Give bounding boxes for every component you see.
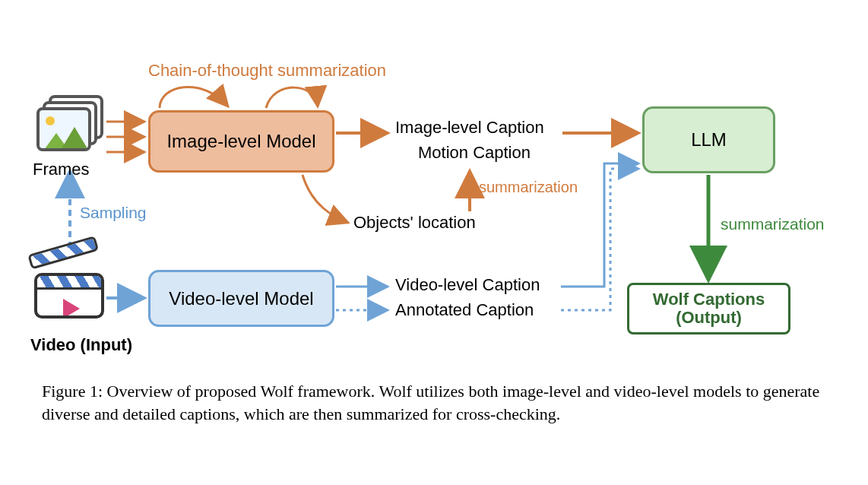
figure-caption: Figure 1: Overview of proposed Wolf fram… [42, 380, 828, 425]
llm-box: LLM [642, 106, 775, 173]
annotated-caption-label: Annotated Caption [395, 300, 534, 320]
video-level-caption-label: Video-level Caption [395, 275, 540, 295]
output-line1: Wolf Captions [653, 290, 765, 309]
objects-location-label: Objects' location [353, 213, 476, 233]
summarization-small-label: summarization [479, 179, 578, 196]
motion-caption-label: Motion Caption [418, 143, 531, 163]
video-level-model-label: Video-level Model [169, 288, 313, 309]
cot-label: Chain-of-thought summarization [148, 61, 386, 81]
video-level-model-box: Video-level Model [148, 270, 334, 327]
video-input-label: Video (Input) [30, 335, 132, 355]
frames-label: Frames [33, 160, 90, 179]
summarization-green-label: summarization [721, 215, 825, 233]
image-level-model-box: Image-level Model [148, 110, 334, 173]
image-level-caption-label: Image-level Caption [395, 118, 544, 138]
image-level-model-label: Image-level Model [166, 131, 315, 152]
sampling-label: Sampling [80, 204, 147, 222]
frames-icon [36, 95, 103, 151]
diagram-canvas: Frames Video (Input) Sampling Chain-of-t… [0, 0, 868, 485]
output-line2: (Output) [676, 309, 742, 327]
output-box: Wolf Captions (Output) [627, 283, 790, 334]
video-icon [34, 262, 110, 325]
llm-label: LLM [691, 129, 727, 151]
